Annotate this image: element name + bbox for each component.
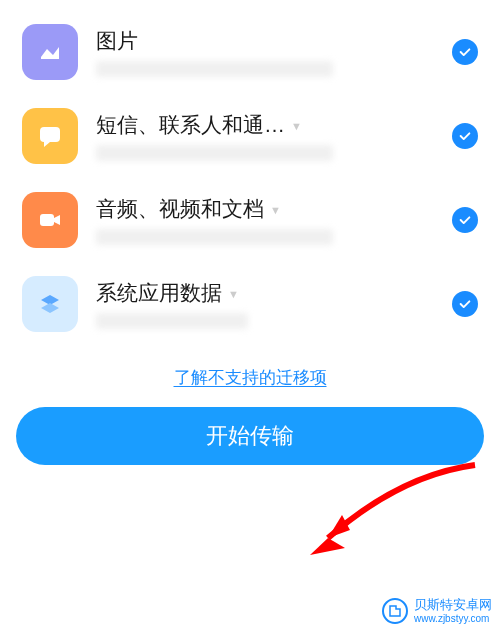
chevron-down-icon: ▼ [291, 120, 302, 132]
video-icon [22, 192, 78, 248]
list-item-system-app-data[interactable]: 系统应用数据 ▼ [0, 262, 500, 346]
image-icon [22, 24, 78, 80]
item-content: 图片 [96, 27, 434, 77]
item-content: 短信、联系人和通… ▼ [96, 111, 434, 161]
check-icon[interactable] [452, 207, 478, 233]
svg-rect-0 [40, 127, 60, 142]
item-title: 图片 [96, 27, 138, 55]
start-transfer-button[interactable]: 开始传输 [16, 407, 484, 465]
item-title: 系统应用数据 [96, 279, 222, 307]
item-title: 音频、视频和文档 [96, 195, 264, 223]
svg-rect-1 [40, 214, 54, 226]
item-content: 系统应用数据 ▼ [96, 279, 434, 329]
message-icon [22, 108, 78, 164]
watermark-url: www.zjbstyy.com [414, 613, 492, 624]
chevron-down-icon: ▼ [270, 204, 281, 216]
check-icon[interactable] [452, 39, 478, 65]
list-item-images[interactable]: 图片 [0, 10, 500, 94]
watermark-title: 贝斯特安卓网 [414, 598, 492, 612]
layers-icon [22, 276, 78, 332]
item-subtitle-blur [96, 229, 333, 245]
item-subtitle-blur [96, 313, 248, 329]
start-transfer-label: 开始传输 [206, 421, 294, 451]
check-icon[interactable] [452, 123, 478, 149]
watermark-logo-icon [382, 598, 408, 624]
item-title: 短信、联系人和通… [96, 111, 285, 139]
item-subtitle-blur [96, 145, 333, 161]
unsupported-migration-link[interactable]: 了解不支持的迁移项 [174, 368, 327, 387]
unsupported-migration-link-row: 了解不支持的迁移项 [0, 356, 500, 407]
list-item-sms-contacts[interactable]: 短信、联系人和通… ▼ [0, 94, 500, 178]
item-content: 音频、视频和文档 ▼ [96, 195, 434, 245]
arrow-annotation-icon [300, 460, 480, 570]
list-item-audio-video-docs[interactable]: 音频、视频和文档 ▼ [0, 178, 500, 262]
watermark: 贝斯特安卓网 www.zjbstyy.com [382, 598, 492, 624]
category-list: 图片 短信、联系人和通… ▼ [0, 0, 500, 356]
item-subtitle-blur [96, 61, 333, 77]
check-icon[interactable] [452, 291, 478, 317]
chevron-down-icon: ▼ [228, 288, 239, 300]
